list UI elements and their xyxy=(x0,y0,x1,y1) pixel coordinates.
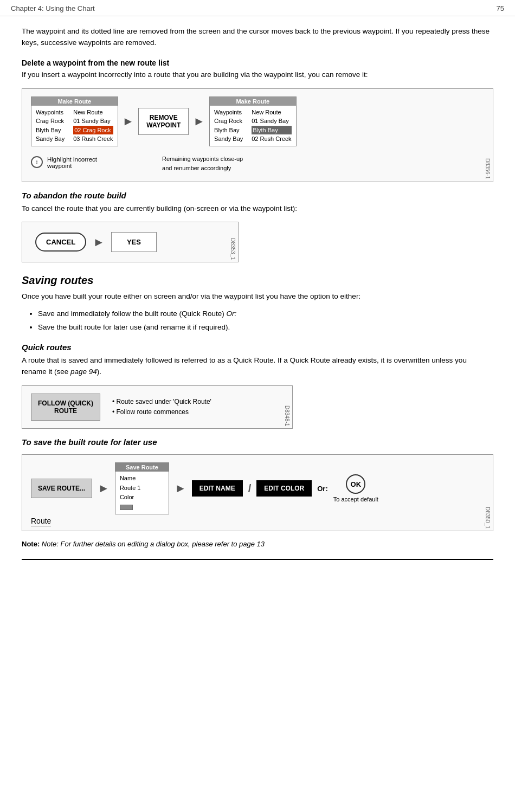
ok-circle[interactable]: OK xyxy=(346,474,365,494)
note-footer: Note: Note: For further details on editi… xyxy=(22,540,493,548)
wpt-blythbay: Blyth Bay xyxy=(36,126,65,135)
quick-routes-text: A route that is saved and immediately fo… xyxy=(22,355,493,378)
make-route-right-body: Waypoints Crag Rock Blyth Bay Sandy Bay … xyxy=(210,106,296,146)
wpt2-sandybay: Sandy Bay xyxy=(214,134,243,144)
diagram-id-2: D8353_1 xyxy=(230,238,236,260)
note-text: Note: For further details on editing a d… xyxy=(42,540,265,548)
panel-color-label: Color xyxy=(120,493,164,502)
yes-label: YES xyxy=(127,238,141,246)
edit-name-label: EDIT NAME xyxy=(199,485,235,492)
route-new-label: New Route xyxy=(73,108,113,117)
diagram-id-4: D8350_1 xyxy=(485,507,491,529)
diagram-id-1: D8356-1 xyxy=(485,158,491,179)
make-route-left-body: Waypoints Crag Rock Blyth Bay Sandy Bay … xyxy=(31,106,118,146)
wpt2-blythbay: Blyth Bay xyxy=(214,126,243,135)
edit-color-button[interactable]: EDIT COLOR xyxy=(256,480,312,497)
save-route-panel-body: Name Route 1 Color xyxy=(115,472,169,514)
edit-name-color-row: EDIT NAME / EDIT COLOR xyxy=(192,480,312,497)
route-label-row: Route xyxy=(31,517,51,526)
highlight-icon: ↕ xyxy=(31,156,43,168)
left-annotation: ↕ Highlight incorrectwaypoint xyxy=(31,156,97,173)
diagram-id-3: D8348-1 xyxy=(284,405,290,426)
left-annotation-text: Highlight incorrectwaypoint xyxy=(47,156,97,169)
arrow-save: ► xyxy=(98,481,110,495)
cancel-button-shape: CANCEL xyxy=(35,233,86,252)
arrow-1: ► xyxy=(123,114,134,128)
diagram-inner-row: Make Route Waypoints Crag Rock Blyth Bay… xyxy=(31,96,297,146)
make-route-right-panel: Make Route Waypoints Crag Rock Blyth Bay… xyxy=(209,96,297,146)
wpt2-cragrock: Crag Rock xyxy=(214,117,243,126)
quick-routes-page: page 94 xyxy=(70,368,97,376)
bullet-2: Save the built route for later use (and … xyxy=(38,321,493,334)
edit-name-button[interactable]: EDIT NAME xyxy=(192,480,243,497)
wpt-cragrock: Crag Rock xyxy=(36,117,65,126)
note-prefix: Note: xyxy=(22,540,42,548)
make-route-left-header: Make Route xyxy=(31,97,118,106)
right-annotation-text: Remaining waypoints close-upand renumber… xyxy=(162,156,243,171)
remove-waypoint-diagram: Make Route Waypoints Crag Rock Blyth Bay… xyxy=(22,88,493,182)
make-route-left-col1: Waypoints Crag Rock Blyth Bay Sandy Bay xyxy=(31,106,69,146)
route2-blythbay-highlighted: Blyth Bay xyxy=(252,126,291,135)
quick-routes-heading: Quick routes xyxy=(22,343,493,352)
panel-color-swatch xyxy=(120,502,164,512)
follow-bullet-1: • Route saved under 'Quick Route' xyxy=(112,397,211,407)
yes-box: YES xyxy=(111,232,157,252)
delete-heading: Delete a waypoint from the new route lis… xyxy=(22,59,493,67)
abandon-text: To cancel the route that you are current… xyxy=(22,203,493,215)
save-route-button: SAVE ROUTE... xyxy=(31,479,92,498)
route-02-cragrock-highlighted: 02 Crag Rock xyxy=(73,126,113,135)
cancel-yes-diagram: CANCEL ► YES D8353_1 xyxy=(22,222,239,262)
saving-routes-heading: Saving routes xyxy=(22,274,493,287)
delete-text: If you insert a waypoint incorrectly int… xyxy=(22,69,493,81)
route2-01-sandybay: 01 Sandy Bay xyxy=(252,117,291,126)
bullet-1: Save and immediately follow the built ro… xyxy=(38,308,493,320)
annotation-row: ↕ Highlight incorrectwaypoint Remaining … xyxy=(31,154,484,173)
saving-text: Once you have built your route either on… xyxy=(22,291,493,302)
wpt-sandybay: Sandy Bay xyxy=(36,134,65,144)
abandon-heading: To abandon the route build xyxy=(22,191,493,200)
wpt-label: Waypoints xyxy=(36,108,65,117)
follow-route-bullets: • Route saved under 'Quick Route' • Foll… xyxy=(112,397,211,417)
edit-color-label: EDIT COLOR xyxy=(264,485,304,492)
wpt2-label: Waypoints xyxy=(214,108,243,117)
cancel-label: CANCEL xyxy=(46,238,75,246)
make-route-left-panel: Make Route Waypoints Crag Rock Blyth Bay… xyxy=(31,96,118,146)
save-route-panel: Save Route Name Route 1 Color xyxy=(115,462,169,514)
make-route-right-col1: Waypoints Crag Rock Blyth Bay Sandy Bay xyxy=(210,106,247,146)
route2-02-rushcreek: 02 Rush Creek xyxy=(252,134,291,144)
divider-bottom xyxy=(22,559,493,560)
page-content: The waypoint and its dotted line are rem… xyxy=(0,16,515,571)
intro-paragraph: The waypoint and its dotted line are rem… xyxy=(22,26,493,49)
route-03-rushcreek: 03 Rush Creek xyxy=(73,134,113,144)
arrow-2: ► xyxy=(193,114,205,128)
route-label: Route xyxy=(31,517,51,526)
page-number: 75 xyxy=(497,4,504,12)
follow-quick-route-btn: FOLLOW (QUICK)ROUTE xyxy=(31,394,100,421)
remove-waypoint-box: REMOVEWAYPOINT xyxy=(138,108,189,135)
quick-routes-text2: ). xyxy=(97,368,101,376)
save-route-diagram: SAVE ROUTE... ► Save Route Name Route 1 … xyxy=(22,454,493,531)
accept-default-label: To accept default xyxy=(333,496,378,502)
panel-name-value: Route 1 xyxy=(120,484,164,493)
bullet-2-text: Save the built route for later use (and … xyxy=(38,323,230,331)
bullet-1-text: Save and immediately follow the built ro… xyxy=(38,310,236,318)
ok-block: OK To accept default xyxy=(333,474,378,502)
page-header: Chapter 4: Using the Chart 75 xyxy=(0,0,515,16)
make-route-right-col2: New Route 01 Sandy Bay Blyth Bay 02 Rush… xyxy=(247,106,295,146)
save-route-panel-header: Save Route xyxy=(115,463,169,472)
make-route-left-col2: New Route 01 Sandy Bay 02 Crag Rock 03 R… xyxy=(69,106,117,146)
follow-bullet-2: • Follow route commences xyxy=(112,407,211,417)
right-annotation: Remaining waypoints close-upand renumber… xyxy=(162,154,243,173)
save-route-btn-label: SAVE ROUTE... xyxy=(38,485,85,492)
chapter-title: Chapter 4: Using the Chart xyxy=(11,4,95,12)
panel-name-label: Name xyxy=(120,474,164,484)
save-built-heading: To save the built route for later use xyxy=(22,437,493,447)
or-text: Or: xyxy=(317,485,328,493)
arrow-save-2: ► xyxy=(175,481,186,495)
make-route-right-header: Make Route xyxy=(210,97,296,106)
edit-options-block: EDIT NAME / EDIT COLOR xyxy=(192,480,312,497)
slash-divider: / xyxy=(245,482,255,495)
follow-quick-route-diagram: FOLLOW (QUICK)ROUTE • Route saved under … xyxy=(22,385,293,429)
route2-new-label: New Route xyxy=(252,108,291,117)
saving-bullets: Save and immediately follow the built ro… xyxy=(38,308,493,334)
